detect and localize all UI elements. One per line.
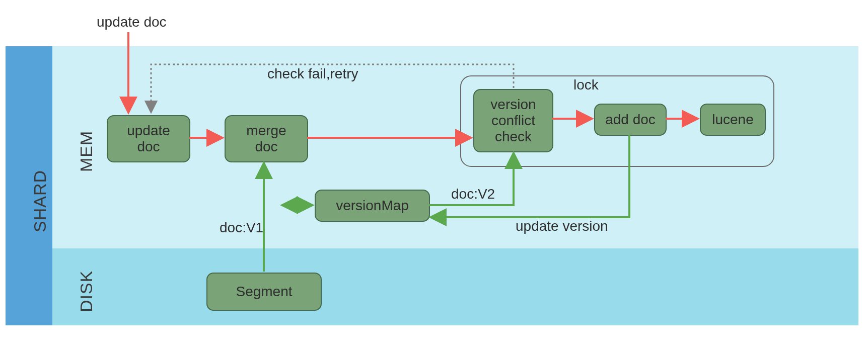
add-doc-node: add doc	[594, 104, 667, 136]
disk-region	[52, 248, 858, 325]
update-doc-top-label: update doc	[97, 14, 167, 30]
update-doc-node: update doc	[107, 115, 190, 162]
doc-v1-label: doc:V1	[220, 220, 263, 236]
watermark: 云栖社区 yq.aliyun.com	[642, 323, 861, 351]
update-version-label: update version	[516, 218, 608, 234]
segment-node: Segment	[206, 273, 322, 311]
version-conflict-check-node: version conflict check	[473, 89, 553, 152]
version-map-node: versionMap	[315, 190, 430, 222]
disk-label: DISK	[77, 271, 96, 312]
check-fail-label: check fail,retry	[267, 66, 358, 82]
merge-doc-node: merge doc	[225, 115, 308, 162]
lock-label: lock	[573, 77, 599, 93]
mem-label: MEM	[77, 131, 96, 172]
doc-v2-label: doc:V2	[451, 186, 495, 202]
shard-label: SHARD	[30, 170, 50, 232]
lucene-node: lucene	[700, 104, 766, 136]
